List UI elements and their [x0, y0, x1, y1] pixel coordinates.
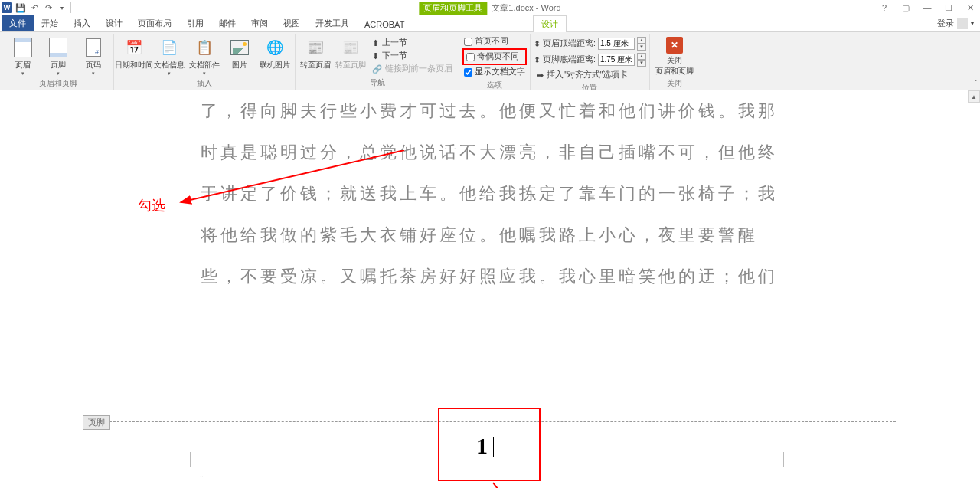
header-top-down[interactable]: ▼	[637, 44, 646, 51]
close-icon[interactable]: ✕	[962, 2, 978, 14]
paragraph-mark: ˘	[201, 475, 203, 482]
page-1: 了，得向脚夫行些小费才可过去。他便又忙着和他们讲价钱。我那时真是聪明过分，总觉他…	[83, 90, 896, 297]
tab-developer[interactable]: 开发工具	[308, 15, 357, 31]
tab-hf-design[interactable]: 设计	[533, 15, 567, 32]
tab-home[interactable]: 开始	[34, 15, 66, 31]
link-previous-button[interactable]: 🔗链接到前一条页眉	[369, 63, 456, 75]
login-label: 登录	[937, 18, 954, 29]
ribbon-display-icon[interactable]: ▢	[897, 2, 914, 14]
text-cursor	[493, 437, 494, 457]
footer-button[interactable]: 页脚▾	[41, 35, 75, 77]
doc-parts-button[interactable]: 📋 文档部件▾	[188, 35, 221, 77]
footer-icon	[49, 38, 67, 57]
header-top-label: 页眉顶端距离:	[543, 38, 596, 49]
header-top-input[interactable]	[598, 38, 635, 50]
redo-icon[interactable]: ↷	[43, 2, 54, 13]
date-time-icon: 📅	[123, 37, 145, 58]
undo-icon[interactable]: ↶	[29, 2, 40, 13]
page-number-icon	[86, 38, 101, 57]
online-pictures-button[interactable]: 🌐 联机图片	[258, 35, 292, 70]
footer-bottom-input[interactable]	[598, 54, 635, 66]
arrow-to-annotation	[490, 481, 521, 488]
footer-section-tab: 页脚	[83, 415, 110, 430]
date-time-button[interactable]: 📅 日期和时间	[117, 35, 151, 70]
close-header-footer-button[interactable]: ✕ 关闭 页眉和页脚	[653, 35, 696, 77]
tab-layout[interactable]: 页面布局	[130, 15, 179, 31]
tab-mailings[interactable]: 邮件	[211, 15, 243, 31]
context-tool-label: 页眉和页脚工具	[419, 2, 487, 15]
document-body-text[interactable]: 了，得向脚夫行些小费才可过去。他便又忙着和他们讲价钱。我那时真是聪明过分，总觉他…	[83, 90, 896, 297]
avatar-icon	[957, 18, 968, 29]
tab-file[interactable]: 文件	[2, 15, 34, 31]
header-button[interactable]: 页眉▾	[6, 35, 40, 77]
highlight-odd-even: 奇偶页不同	[462, 48, 527, 65]
align-tab-icon: ➡	[537, 70, 544, 80]
maximize-icon[interactable]: ☐	[940, 2, 957, 14]
next-section-button[interactable]: ⬇下一节	[369, 50, 456, 62]
goto-header-icon: 📰	[305, 37, 326, 58]
document-title: 文章1.docx - Word	[492, 2, 560, 14]
doc-parts-icon: 📋	[194, 37, 215, 58]
word-app-icon: W	[2, 2, 12, 13]
show-doc-text-checkbox[interactable]: 显示文档文字	[462, 66, 527, 78]
header-icon	[14, 38, 32, 57]
group-label-insert: 插入	[117, 77, 292, 90]
page-number-field[interactable]: 1	[476, 433, 488, 459]
annotation-check: 勾选	[138, 196, 165, 215]
group-label-close: 关闭	[653, 77, 696, 90]
highlight-page-number	[438, 408, 541, 481]
qat-customize-icon[interactable]: ▾	[57, 2, 67, 13]
goto-header-button[interactable]: 📰 转至页眉	[299, 35, 332, 70]
collapse-ribbon-icon[interactable]: ˇ	[975, 80, 977, 88]
next-icon: ⬇	[372, 51, 379, 61]
minimize-icon[interactable]: —	[919, 2, 936, 14]
page-margin-corner-left	[190, 452, 205, 467]
page-margin-corner-right	[769, 452, 784, 467]
footer-bottom-label: 页脚底端距离:	[543, 54, 596, 65]
different-odd-even-checkbox[interactable]: 奇偶页不同	[465, 51, 524, 63]
svg-line-3	[493, 483, 516, 488]
ribbon: 页眉▾ 页脚▾ 页码▾ 页眉和页脚 📅 日期和时间 📄 文档信息▾	[0, 32, 980, 90]
footer-dist-icon: ⬍	[534, 55, 541, 64]
title-bar: W 💾 ↶ ↷ ▾ 页眉和页脚工具 文章1.docx - Word ? ▢ — …	[0, 0, 980, 15]
insert-alignment-tab-button[interactable]: ➡插入"对齐方式"选项卡	[534, 69, 646, 81]
goto-footer-button[interactable]: 📰 转至页脚	[334, 35, 368, 70]
different-first-page-checkbox[interactable]: 首页不同	[462, 35, 527, 47]
doc-info-button[interactable]: 📄 文档信息▾	[152, 35, 186, 77]
ribbon-tabs: 文件 开始 插入 设计 页面布局 引用 邮件 审阅 视图 开发工具 ACROBA…	[0, 15, 980, 32]
tab-references[interactable]: 引用	[179, 15, 211, 31]
page-number-button[interactable]: 页码▾	[77, 35, 110, 77]
goto-footer-icon: 📰	[340, 37, 361, 58]
link-icon: 🔗	[372, 64, 382, 74]
prev-icon: ⬆	[372, 38, 379, 47]
header-dist-icon: ⬍	[534, 39, 541, 48]
group-label-hf: 页眉和页脚	[6, 77, 110, 90]
tab-view[interactable]: 视图	[276, 15, 308, 31]
save-icon[interactable]: 💾	[15, 2, 26, 13]
tab-design[interactable]: 设计	[98, 15, 130, 31]
scroll-up-button[interactable]: ▲	[968, 90, 980, 103]
pictures-icon	[230, 40, 249, 55]
footer-bottom-up[interactable]: ▲	[637, 53, 646, 60]
help-icon[interactable]: ?	[876, 2, 893, 14]
close-x-icon: ✕	[666, 37, 683, 54]
pictures-button[interactable]: 图片	[223, 35, 256, 70]
tab-acrobat[interactable]: ACROBAT	[357, 18, 412, 31]
footer-bottom-down[interactable]: ▼	[637, 60, 646, 67]
previous-section-button[interactable]: ⬆上一节	[369, 37, 456, 49]
online-pictures-icon: 🌐	[264, 37, 286, 58]
document-area: ▲ 了，得向脚夫行些小费才可过去。他便又忙着和他们讲价钱。我那时真是聪明过分，总…	[0, 90, 980, 488]
doc-info-icon: 📄	[158, 37, 180, 58]
header-top-up[interactable]: ▲	[637, 37, 646, 44]
group-label-nav: 导航	[299, 76, 456, 90]
login-link[interactable]: 登录 ▾	[937, 18, 974, 29]
tab-insert[interactable]: 插入	[66, 15, 98, 31]
tab-review[interactable]: 审阅	[243, 15, 276, 31]
